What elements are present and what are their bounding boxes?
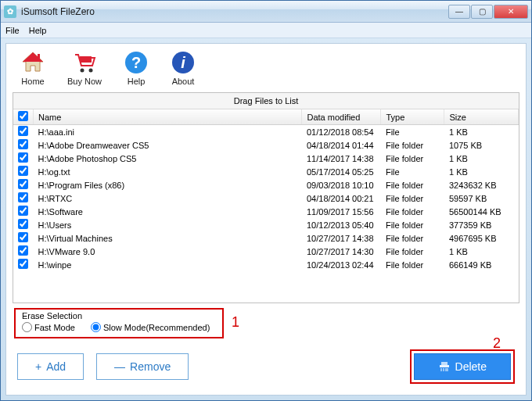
menu-help[interactable]: Help (29, 26, 47, 35)
row-name: H:\Adobe Dreamweaver CS5 (34, 138, 302, 152)
delete-highlight: 2 Delete (410, 349, 515, 384)
help-button[interactable]: ? Help (124, 50, 149, 86)
toolbar: Home Buy Now ? Help i About (9, 47, 523, 92)
table-row[interactable]: H:\winpe10/24/2013 02:44File folder66614… (13, 258, 519, 271)
titlebar: ✿ iSumsoft FileZero — ▢ ✕ (1, 1, 531, 23)
remove-button[interactable]: — Remove (96, 353, 189, 380)
erase-section: Erase Selection Fast Mode Slow Mode(Reco… (14, 308, 518, 338)
row-checkbox[interactable] (18, 259, 28, 269)
row-name: H:\VMware 9.0 (34, 245, 302, 258)
col-date[interactable]: Data modified (302, 109, 381, 125)
delete-label: Delete (455, 360, 487, 373)
row-checkbox[interactable] (18, 219, 28, 229)
about-button[interactable]: i About (171, 50, 196, 86)
row-size: 1 KB (444, 245, 519, 258)
row-type: File folder (381, 152, 444, 165)
row-type: File folder (381, 258, 444, 271)
delete-button[interactable]: Delete (414, 353, 511, 380)
help-icon: ? (124, 50, 149, 75)
home-label: Home (21, 77, 44, 86)
slow-mode-radio[interactable] (91, 322, 101, 332)
svg-rect-11 (441, 362, 448, 365)
row-size: 377359 KB (444, 218, 519, 231)
row-type: File (381, 125, 444, 139)
col-checkbox[interactable] (13, 109, 34, 125)
buy-button[interactable]: Buy Now (67, 50, 102, 86)
svg-rect-10 (440, 365, 449, 367)
erase-options-box: Erase Selection Fast Mode Slow Mode(Reco… (14, 308, 224, 338)
row-checkbox[interactable] (18, 192, 28, 202)
col-type[interactable]: Type (381, 109, 444, 125)
select-all-checkbox[interactable] (18, 111, 28, 121)
add-button[interactable]: + Add (17, 353, 84, 380)
content-area: Home Buy Now ? Help i About Drag Files t… (5, 43, 527, 396)
table-row[interactable]: H:\Adobe Dreamweaver CS504/18/2014 01:44… (13, 138, 519, 152)
table-row[interactable]: H:\RTXC04/18/2014 00:21File folder59597 … (13, 192, 519, 205)
app-icon: ✿ (4, 5, 16, 18)
row-size: 1 KB (444, 152, 519, 165)
table-row[interactable]: H:\aaa.ini01/12/2018 08:54File1 KB (13, 125, 519, 139)
file-table: Name Data modified Type Size H:\aaa.ini0… (13, 109, 519, 271)
table-row[interactable]: H:\VMware 9.010/27/2017 14:30File folder… (13, 245, 519, 258)
row-date: 10/27/2017 14:38 (302, 231, 381, 245)
row-name: H:\Software (34, 205, 302, 218)
svg-point-4 (89, 69, 93, 73)
maximize-button[interactable]: ▢ (471, 5, 493, 19)
row-type: File folder (381, 231, 444, 245)
shredder-icon (438, 360, 451, 373)
slow-mode-option[interactable]: Slow Mode(Recommended) (91, 322, 210, 332)
help-label: Help (128, 77, 146, 86)
row-date: 09/03/2018 10:10 (302, 178, 381, 192)
row-type: File (381, 165, 444, 178)
row-type: File folder (381, 138, 444, 152)
row-name: H:\Users (34, 218, 302, 231)
svg-point-3 (81, 69, 84, 73)
close-button[interactable]: ✕ (494, 5, 528, 19)
row-checkbox[interactable] (18, 126, 28, 136)
window-title: iSumsoft FileZero (21, 6, 448, 17)
row-checkbox[interactable] (18, 152, 28, 163)
row-type: File folder (381, 218, 444, 231)
fast-mode-radio[interactable] (22, 322, 32, 332)
row-date: 11/14/2017 14:38 (302, 152, 381, 165)
home-button[interactable]: Home (20, 50, 45, 86)
svg-marker-1 (23, 52, 43, 62)
row-checkbox[interactable] (18, 166, 28, 176)
svg-text:?: ? (131, 54, 141, 71)
file-list-panel: Drag Files to List Name Data modified Ty… (13, 92, 519, 303)
col-name[interactable]: Name (34, 109, 302, 125)
row-size: 4967695 KB (444, 231, 519, 245)
table-row[interactable]: H:\Adobe Photoshop CS511/14/2017 14:38Fi… (13, 152, 519, 165)
row-name: H:\Program Files (x86) (34, 178, 302, 192)
slow-mode-label: Slow Mode(Recommended) (103, 323, 210, 332)
svg-rect-2 (38, 54, 40, 59)
row-checkbox[interactable] (18, 179, 28, 189)
table-row[interactable]: H:\og.txt05/17/2014 05:25File1 KB (13, 165, 519, 178)
row-type: File folder (381, 245, 444, 258)
row-size: 1 KB (444, 165, 519, 178)
row-date: 10/12/2013 05:40 (302, 218, 381, 231)
table-row[interactable]: H:\Program Files (x86)09/03/2018 10:10Fi… (13, 178, 519, 192)
add-label: Add (46, 360, 66, 373)
col-size[interactable]: Size (444, 109, 519, 125)
row-checkbox[interactable] (18, 245, 28, 256)
minus-icon: — (114, 360, 125, 373)
row-checkbox[interactable] (18, 206, 28, 216)
row-type: File folder (381, 205, 444, 218)
row-name: H:\winpe (34, 258, 302, 271)
row-checkbox[interactable] (18, 232, 28, 242)
row-size: 3243632 KB (444, 178, 519, 192)
menu-file[interactable]: File (5, 26, 20, 35)
minimize-button[interactable]: — (448, 5, 470, 19)
table-row[interactable]: H:\Users10/12/2013 05:40File folder37735… (13, 218, 519, 231)
row-size: 56500144 KB (444, 205, 519, 218)
table-row[interactable]: H:\Software11/09/2017 15:56File folder56… (13, 205, 519, 218)
row-size: 59597 KB (444, 192, 519, 205)
table-row[interactable]: H:\Virtual Machines10/27/2017 14:38File … (13, 231, 519, 245)
row-name: H:\Adobe Photoshop CS5 (34, 152, 302, 165)
row-checkbox[interactable] (18, 139, 28, 149)
action-bar: + Add — Remove 2 Delete (9, 338, 523, 392)
fast-mode-option[interactable]: Fast Mode (22, 322, 75, 332)
row-size: 1075 KB (444, 138, 519, 152)
erase-legend: Erase Selection (22, 311, 216, 320)
